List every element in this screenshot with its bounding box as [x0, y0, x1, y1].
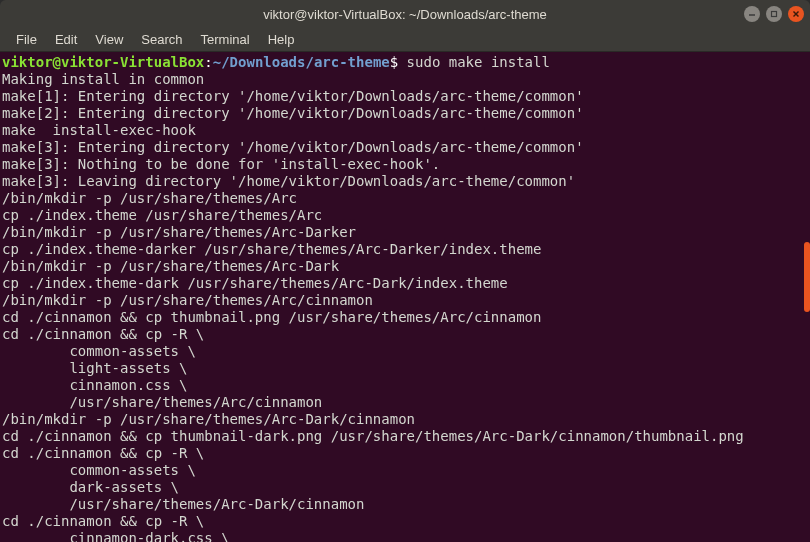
output-line: dark-assets \: [2, 479, 810, 496]
menu-help[interactable]: Help: [260, 30, 303, 49]
output-line: cinnamon.css \: [2, 377, 810, 394]
prompt-command: sudo make install: [398, 54, 550, 70]
prompt-user-host: viktor@viktor-VirtualBox: [2, 54, 204, 70]
output-line: cd ./cinnamon && cp -R \: [2, 445, 810, 462]
output-line: common-assets \: [2, 462, 810, 479]
output-line: common-assets \: [2, 343, 810, 360]
output-line: /bin/mkdir -p /usr/share/themes/Arc/cinn…: [2, 292, 810, 309]
output-line: cp ./index.theme-darker /usr/share/theme…: [2, 241, 810, 258]
prompt-path: ~/Downloads/arc-theme: [213, 54, 390, 70]
terminal-output[interactable]: viktor@viktor-VirtualBox:~/Downloads/arc…: [0, 52, 810, 542]
output-line: Making install in common: [2, 71, 810, 88]
svg-rect-1: [772, 12, 777, 17]
window-title: viktor@viktor-VirtualBox: ~/Downloads/ar…: [263, 7, 547, 22]
output-line: /usr/share/themes/Arc/cinnamon: [2, 394, 810, 411]
prompt-colon: :: [204, 54, 212, 70]
minimize-button[interactable]: [744, 6, 760, 22]
scrollbar[interactable]: [802, 52, 810, 542]
output-line: /usr/share/themes/Arc-Dark/cinnamon: [2, 496, 810, 513]
output-line: make[2]: Entering directory '/home/vikto…: [2, 105, 810, 122]
menu-edit[interactable]: Edit: [47, 30, 85, 49]
prompt-line: viktor@viktor-VirtualBox:~/Downloads/arc…: [2, 54, 810, 71]
scrollbar-thumb[interactable]: [804, 242, 810, 312]
output-line: /bin/mkdir -p /usr/share/themes/Arc: [2, 190, 810, 207]
maximize-icon: [770, 10, 778, 18]
close-icon: [792, 10, 800, 18]
output-line: /bin/mkdir -p /usr/share/themes/Arc-Dark…: [2, 224, 810, 241]
menu-view[interactable]: View: [87, 30, 131, 49]
close-button[interactable]: [788, 6, 804, 22]
menu-file[interactable]: File: [8, 30, 45, 49]
output-line: cd ./cinnamon && cp thumbnail.png /usr/s…: [2, 309, 810, 326]
output-line: cd ./cinnamon && cp -R \: [2, 513, 810, 530]
menu-search[interactable]: Search: [133, 30, 190, 49]
output-line: /bin/mkdir -p /usr/share/themes/Arc-Dark: [2, 258, 810, 275]
output-line: cinnamon-dark.css \: [2, 530, 810, 542]
minimize-icon: [748, 10, 756, 18]
output-line: make[3]: Nothing to be done for 'install…: [2, 156, 810, 173]
output-line: cp ./index.theme-dark /usr/share/themes/…: [2, 275, 810, 292]
output-line: make[3]: Entering directory '/home/vikto…: [2, 139, 810, 156]
output-line: cd ./cinnamon && cp -R \: [2, 326, 810, 343]
output-line: cp ./index.theme /usr/share/themes/Arc: [2, 207, 810, 224]
window-controls: [744, 6, 804, 22]
output-line: cd ./cinnamon && cp thumbnail-dark.png /…: [2, 428, 810, 445]
output-line: make[1]: Entering directory '/home/vikto…: [2, 88, 810, 105]
output-line: /bin/mkdir -p /usr/share/themes/Arc-Dark…: [2, 411, 810, 428]
output-line: make install-exec-hook: [2, 122, 810, 139]
menubar: File Edit View Search Terminal Help: [0, 28, 810, 52]
maximize-button[interactable]: [766, 6, 782, 22]
prompt-dollar: $: [390, 54, 398, 70]
output-line: make[3]: Leaving directory '/home/viktor…: [2, 173, 810, 190]
titlebar: viktor@viktor-VirtualBox: ~/Downloads/ar…: [0, 0, 810, 28]
menu-terminal[interactable]: Terminal: [193, 30, 258, 49]
output-line: light-assets \: [2, 360, 810, 377]
